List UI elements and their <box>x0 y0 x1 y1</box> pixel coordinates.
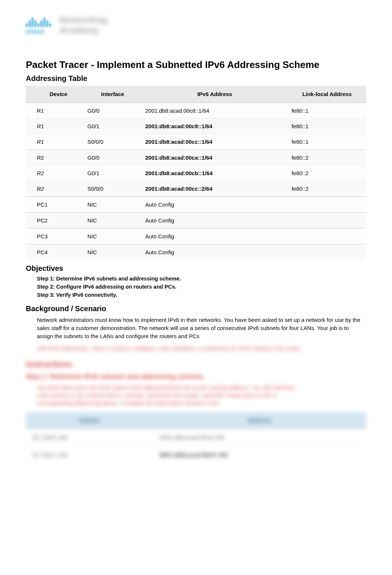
blurred-subnet-table: Subnet Address R1 G0/0 LAN 2001:db8:acad… <box>26 412 366 464</box>
cell-linklocal: fe80::1 <box>288 119 366 134</box>
table-row: R1G0/12001:db8:acad:00c9::1/64fe80::1 <box>26 119 366 134</box>
cell-linklocal <box>288 212 366 228</box>
addressing-heading: Addressing Table <box>26 74 366 83</box>
cell-linklocal <box>288 228 366 244</box>
cell-device: PC1 <box>26 197 84 212</box>
background-text: Network administrators must know how to … <box>26 316 366 340</box>
blurred-r1c2: 2001:db8:acad:00c8::/64 <box>152 429 366 447</box>
cell-interface: NIC <box>84 244 142 260</box>
cell-interface: NIC <box>84 228 142 244</box>
cell-ipv6: Auto Config <box>141 228 288 244</box>
cell-linklocal <box>288 244 366 260</box>
cell-ipv6: 2001:db8:acad:00c8::1/64 <box>141 103 288 119</box>
header-interface: Interface <box>84 86 142 103</box>
objective-step-1: Step 1: Determine IPv6 subnets and addre… <box>37 276 366 282</box>
cell-ipv6: 2001:db8:acad:00ca::1/64 <box>141 150 288 166</box>
blurred-instructions-heading: Instructions <box>26 360 366 369</box>
cell-device: PC3 <box>26 228 84 244</box>
cell-linklocal: fe80::1 <box>288 103 366 119</box>
cisco-logo: cisco <box>26 15 51 35</box>
blurred-th-address: Address <box>152 412 366 429</box>
objectives-list: Step 1: Determine IPv6 subnets and addre… <box>26 276 366 298</box>
table-row: R1G0/02001:db8:acad:00c8::1/64fe80::1 <box>26 103 366 119</box>
table-row: PC4NICAuto Config <box>26 244 366 260</box>
blurred-r2c2: 2001:db8:acad:00c9::/64 <box>152 447 366 464</box>
page-title: Packet Tracer - Implement a Subnetted IP… <box>26 59 366 71</box>
table-row: R2G0/02001:db8:acad:00ca::1/64fe80::2 <box>26 150 366 166</box>
cell-ipv6: Auto Config <box>141 212 288 228</box>
addressing-table: Device Interface IPv6 Address Link-local… <box>26 86 366 260</box>
table-row: R2G0/12001:db8:acad:00cb::1/64fe80::2 <box>26 166 366 181</box>
cell-interface: NIC <box>84 197 142 212</box>
cell-interface: G0/0 <box>84 150 142 166</box>
cell-linklocal: fe80::2 <box>288 181 366 197</box>
table-row: PC2NICAuto Config <box>26 212 366 228</box>
logo-line2: Academy <box>59 25 107 35</box>
cell-device: R2 <box>26 150 84 166</box>
cell-linklocal: fe80::1 <box>288 134 366 150</box>
objective-step-2: Step 2: Configure IPv6 addressing on rou… <box>37 284 366 290</box>
objective-step-3: Step 3: Verify IPv6 connectivity. <box>37 292 366 298</box>
cell-interface: S0/0/0 <box>84 181 142 197</box>
header-linklocal: Link-local Address <box>288 86 366 103</box>
cell-linklocal <box>288 197 366 212</box>
header-device: Device <box>26 86 84 103</box>
cell-device: R1 <box>26 134 84 150</box>
cell-interface: G0/0 <box>84 103 142 119</box>
table-row: PC1NICAuto Config <box>26 197 366 212</box>
cell-ipv6: 2001:db8:acad:00cb::1/64 <box>141 166 288 181</box>
cell-device: R2 <box>26 166 84 181</box>
logo-area: cisco Networking Academy <box>26 15 366 48</box>
cell-interface: S0/0/0 <box>84 134 142 150</box>
cell-device: R2 <box>26 181 84 197</box>
objectives-heading: Objectives <box>26 264 366 273</box>
cell-device: PC4 <box>26 244 84 260</box>
blurred-step-text-3: corresponding addressing above. Complete… <box>26 399 366 407</box>
cell-ipv6: Auto Config <box>141 244 288 260</box>
blurred-th-subnet: Subnet <box>26 412 152 429</box>
cell-ipv6: 2001:db8:acad:00cc::2/64 <box>141 181 288 197</box>
blurred-step-text-1: You have been given the IPv6 subnet 2001… <box>26 384 366 391</box>
cell-interface: G0/1 <box>84 119 142 134</box>
table-row: PC3NICAuto Config <box>26 228 366 244</box>
background-heading: Background / Scenario <box>26 304 366 313</box>
header-ipv6: IPv6 Address <box>141 86 288 103</box>
networking-academy-text: Networking Academy <box>59 15 107 35</box>
cell-interface: NIC <box>84 212 142 228</box>
blurred-step-text-2: LAN subnets (1 per network link) in subn… <box>26 391 366 399</box>
cell-ipv6: 2001:db8:acad:00c9::1/64 <box>141 119 288 134</box>
blurred-content: with IPv6 addressing. There is need to c… <box>26 344 366 464</box>
logo-line1: Networking <box>59 15 107 25</box>
table-header-row: Device Interface IPv6 Address Link-local… <box>26 86 366 103</box>
blurred-step-heading: Step 1: Determine IPv6 subnets and addre… <box>26 373 366 381</box>
table-row: R1S0/0/02001:db8:acad:00cc::1/64fe80::1 <box>26 134 366 150</box>
blurred-r2c1: R1 G0/1 LAN <box>26 447 152 464</box>
cisco-bars-icon <box>26 15 51 27</box>
table-row: R2S0/0/02001:db8:acad:00cc::2/64fe80::2 <box>26 181 366 197</box>
blurred-r1c1: R1 G0/0 LAN <box>26 429 152 447</box>
cell-device: R1 <box>26 119 84 134</box>
cisco-text: cisco <box>26 28 51 35</box>
cell-device: R1 <box>26 103 84 119</box>
cell-ipv6: 2001:db8:acad:00cc::1/64 <box>141 134 288 150</box>
cell-ipv6: Auto Config <box>141 197 288 212</box>
cell-interface: G0/1 <box>84 166 142 181</box>
cell-linklocal: fe80::2 <box>288 166 366 181</box>
cell-device: PC2 <box>26 212 84 228</box>
cell-linklocal: fe80::2 <box>288 150 366 166</box>
blurred-red-line: with IPv6 addressing. There is need to c… <box>26 344 366 352</box>
